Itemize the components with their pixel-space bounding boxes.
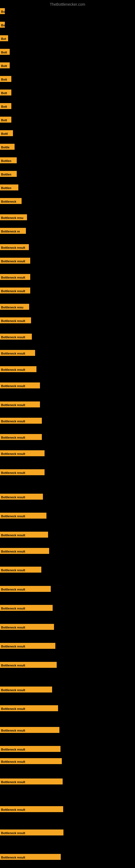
bar-label: Bottleneck result: [0, 287, 30, 293]
bar-label: Bottleneck result: [0, 746, 60, 752]
bar-item: Bottleneck result: [0, 287, 30, 294]
bar-item: Bottleneck result: [0, 830, 63, 837]
bar-label: Bottleneck result: [0, 382, 40, 389]
bar-item: Bottleneck result: [0, 532, 48, 539]
bar-label: Bottleneck result: [0, 469, 45, 475]
bar-item: Bottleneck result: [0, 705, 58, 712]
bar-label: Bottleneck result: [0, 334, 32, 340]
bar-item: Bottleneck result: [0, 806, 63, 813]
bar-label: Bo: [0, 8, 5, 14]
bar-label: Bottleneck result: [0, 258, 30, 264]
bar-label: Bottleneck result: [0, 548, 49, 554]
bar-item: Bottlen: [0, 157, 17, 164]
bar-label: Bottleneck result: [0, 727, 59, 733]
bar-item: Bottleneck result: [0, 317, 31, 324]
bar-item: Bottleneck result: [0, 434, 42, 441]
bar-label: Bottleneck result: [0, 686, 52, 692]
bar-item: Bottleneck result: [0, 567, 41, 574]
bar-item: Bott: [0, 76, 11, 83]
bar-label: Bottleneck result: [0, 434, 42, 440]
bar-label: Bott: [0, 117, 11, 123]
bar-label: Bottleneck result: [0, 624, 54, 630]
bar-item: Bottlen: [0, 184, 18, 191]
bar-item: Bottleneck result: [0, 350, 35, 357]
bar-item: Bott: [0, 103, 11, 110]
bar-item: Bottleneck result: [0, 244, 29, 251]
bar-item: Bott: [0, 62, 10, 69]
bar-label: Bottleneck resu: [0, 214, 27, 220]
bar-item: Bottleneck result: [0, 494, 43, 501]
bar-label: Bottleneck result: [0, 567, 41, 572]
bar-label: Bottleneck result: [0, 705, 58, 711]
bar-label: Bottleneck result: [0, 274, 30, 280]
bar-item: Bottleneck re: [0, 228, 26, 235]
bar-label: Bot: [0, 35, 8, 41]
bar-label: Bott: [0, 103, 11, 109]
bar-label: Bo: [0, 22, 5, 28]
bar-item: Bottlen: [0, 171, 17, 178]
bar-item: Bo: [0, 22, 5, 29]
bar-label: Bottlen: [0, 184, 18, 190]
bar-label: Bott: [0, 62, 10, 68]
bar-label: Bottleneck result: [0, 450, 45, 456]
bar-label: Bottleneck result: [0, 854, 61, 860]
bar-label: Bottleneck result: [0, 586, 51, 592]
bar-label: Bottle: [0, 144, 14, 150]
bar-item: Bottleneck result: [0, 686, 52, 693]
bar-label: Bottleneck result: [0, 662, 57, 668]
bar-label: Bottleneck result: [0, 494, 43, 500]
bar-item: Bottleneck result: [0, 662, 57, 669]
bar-item: Bottleneck result: [0, 274, 30, 281]
bar-label: Bottleneck result: [0, 513, 46, 519]
bar-label: Bottleneck result: [0, 643, 55, 649]
bar-item: Bottleneck result: [0, 778, 63, 785]
bar-item: Bottleneck resu: [0, 214, 27, 221]
bar-item: Bottleneck: [0, 198, 21, 205]
bar-label: Bottleneck result: [0, 532, 48, 538]
bar-item: Bottleneck result: [0, 854, 61, 861]
bar-label: Bottleneck: [0, 198, 21, 204]
bar-item: Bott: [0, 49, 10, 56]
bar-label: Bott: [0, 90, 11, 95]
bar-item: Bottleneck result: [0, 401, 40, 408]
bar-label: Bottleneck result: [0, 605, 53, 611]
bar-item: Bottl: [0, 130, 13, 137]
bar-label: Bottleneck result: [0, 418, 42, 424]
bar-label: Bottlen: [0, 171, 17, 177]
bar-label: Bottleneck result: [0, 806, 63, 812]
bar-item: Bottleneck result: [0, 605, 53, 612]
bar-label: Bottleneck result: [0, 758, 62, 764]
site-title: TheBottlenecker.com: [50, 2, 85, 6]
bar-item: Bottleneck result: [0, 513, 46, 520]
bar-label: Bott: [0, 49, 10, 55]
bar-item: Bottleneck result: [0, 548, 49, 555]
bar-item: Bottleneck result: [0, 382, 40, 390]
bar-item: Bottleneck resu: [0, 304, 29, 311]
bar-item: Bottleneck result: [0, 258, 30, 265]
bar-item: Bottleneck result: [0, 366, 37, 373]
bar-item: Bottleneck result: [0, 746, 60, 753]
bar-label: Bottl: [0, 130, 13, 136]
bar-item: Bottleneck result: [0, 586, 51, 593]
bar-item: Bottleneck result: [0, 727, 59, 734]
bar-item: Bottleneck result: [0, 758, 62, 765]
bar-item: Bott: [0, 90, 11, 97]
bar-item: Bottleneck result: [0, 334, 32, 341]
bar-label: Bottleneck result: [0, 317, 31, 323]
bar-label: Bottleneck result: [0, 350, 35, 356]
bar-label: Bottlen: [0, 157, 17, 163]
bar-label: Bottleneck result: [0, 401, 40, 407]
bar-label: Bott: [0, 76, 11, 82]
bar-label: Bottleneck resu: [0, 304, 29, 310]
bar-label: Bottleneck re: [0, 228, 26, 234]
bar-label: Bottleneck result: [0, 244, 29, 250]
bar-item: Bott: [0, 117, 11, 124]
bar-label: Bottleneck result: [0, 830, 63, 835]
bar-item: Bot: [0, 35, 8, 42]
bar-item: Bottle: [0, 144, 14, 151]
bar-item: Bottleneck result: [0, 624, 54, 631]
bar-item: Bottleneck result: [0, 643, 55, 650]
bar-label: Bottleneck result: [0, 366, 37, 372]
bar-item: Bottleneck result: [0, 469, 45, 476]
bar-item: Bottleneck result: [0, 418, 42, 425]
